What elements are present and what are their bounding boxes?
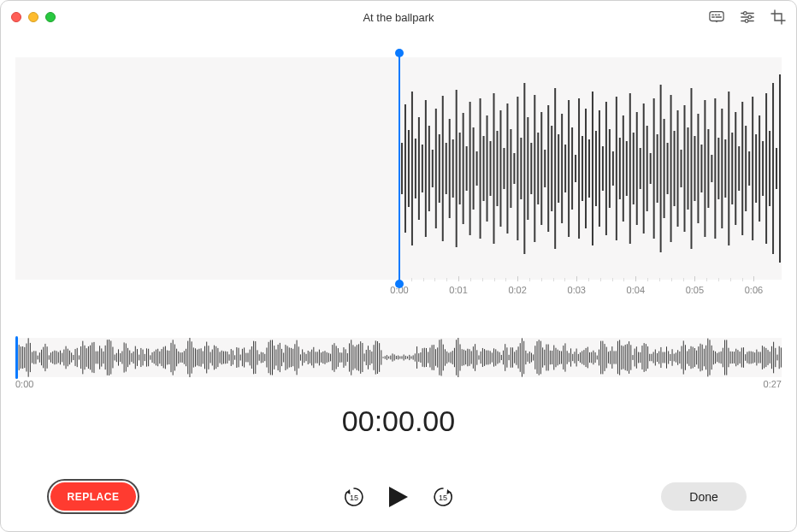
svg-point-6 (745, 20, 748, 23)
timeline-tick-label: 0:01 (449, 285, 467, 295)
elapsed-timer: 00:00.00 (1, 405, 796, 438)
done-button[interactable]: Done (661, 482, 747, 511)
titlebar: At the ballpark (1, 1, 796, 33)
skip-forward-button[interactable]: 15 (432, 486, 454, 508)
titlebar-actions (709, 9, 786, 25)
svg-point-2 (744, 12, 747, 15)
done-label: Done (689, 490, 717, 504)
skip-back-button[interactable]: 15 (343, 486, 365, 508)
main-waveform-view[interactable] (15, 57, 782, 280)
playhead[interactable] (398, 52, 400, 285)
replace-record-button[interactable]: REPLACE (50, 482, 136, 511)
overview-waveform (15, 338, 782, 377)
overview-playhead[interactable] (15, 336, 18, 379)
settings-sliders-icon[interactable] (740, 9, 755, 25)
playback-controls: 15 15 (343, 485, 454, 509)
trim-crop-icon[interactable] (770, 9, 786, 25)
svg-rect-0 (710, 12, 723, 21)
overview-waveform-view[interactable] (15, 338, 782, 377)
bottom-controls: REPLACE 15 15 Done (1, 482, 796, 511)
overview-end-time: 0:27 (764, 379, 782, 389)
timeline-tick-label: 0:06 (745, 285, 763, 295)
overview-time-labels: 0:00 0:27 (15, 379, 782, 389)
svg-text:15: 15 (350, 494, 358, 502)
timeline-tick-label: 0:03 (568, 285, 586, 295)
replace-label: REPLACE (68, 491, 120, 503)
main-waveform (398, 57, 782, 280)
transcription-icon[interactable] (709, 9, 724, 25)
window-title: At the ballpark (363, 11, 434, 24)
svg-text:15: 15 (439, 494, 447, 502)
window-controls (11, 12, 56, 22)
timeline-tick-label: 0:02 (508, 285, 526, 295)
svg-point-4 (748, 15, 752, 19)
minimize-window-button[interactable] (28, 12, 38, 22)
maximize-window-button[interactable] (45, 12, 56, 22)
close-window-button[interactable] (11, 12, 21, 22)
timeline-tick-label: 0:04 (627, 285, 645, 295)
overview-start-time: 0:00 (15, 379, 33, 389)
play-button[interactable] (387, 485, 410, 509)
timeline-tick-label: 0:05 (686, 285, 704, 295)
